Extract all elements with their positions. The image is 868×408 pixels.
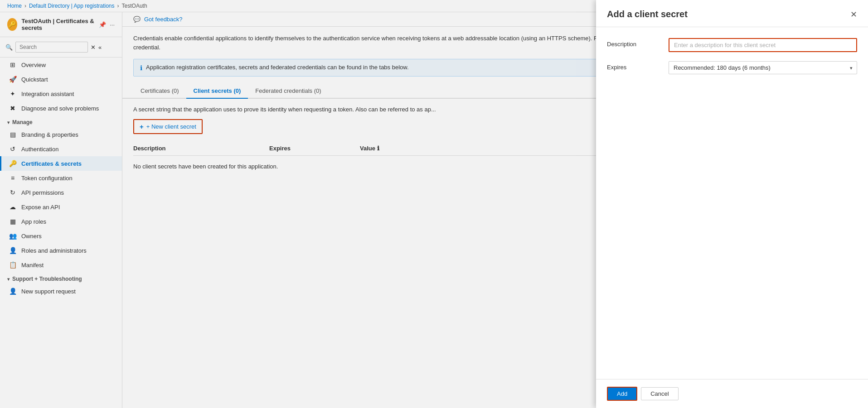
panel-header: Add a client secret ✕ xyxy=(596,0,868,27)
add-button[interactable]: Add xyxy=(607,387,637,401)
dim-overlay xyxy=(0,0,596,408)
description-field-wrapper xyxy=(669,38,857,52)
panel-body: Description Expires Recommended: 180 day… xyxy=(596,27,868,379)
cancel-button[interactable]: Cancel xyxy=(641,387,678,400)
add-client-secret-panel: Add a client secret ✕ Description Expire… xyxy=(596,0,868,408)
description-input[interactable] xyxy=(669,38,857,52)
expires-label: Expires xyxy=(607,61,661,71)
panel-close-button[interactable]: ✕ xyxy=(850,10,857,19)
panel-footer: Add Cancel xyxy=(596,379,868,408)
description-form-row: Description xyxy=(607,38,857,52)
expires-select[interactable]: Recommended: 180 days (6 months) 3 month… xyxy=(669,61,857,74)
description-label: Description xyxy=(607,38,661,48)
panel-title: Add a client secret xyxy=(607,9,688,19)
expires-form-row: Expires Recommended: 180 days (6 months)… xyxy=(607,61,857,74)
expires-select-wrapper: Recommended: 180 days (6 months) 3 month… xyxy=(669,61,857,74)
